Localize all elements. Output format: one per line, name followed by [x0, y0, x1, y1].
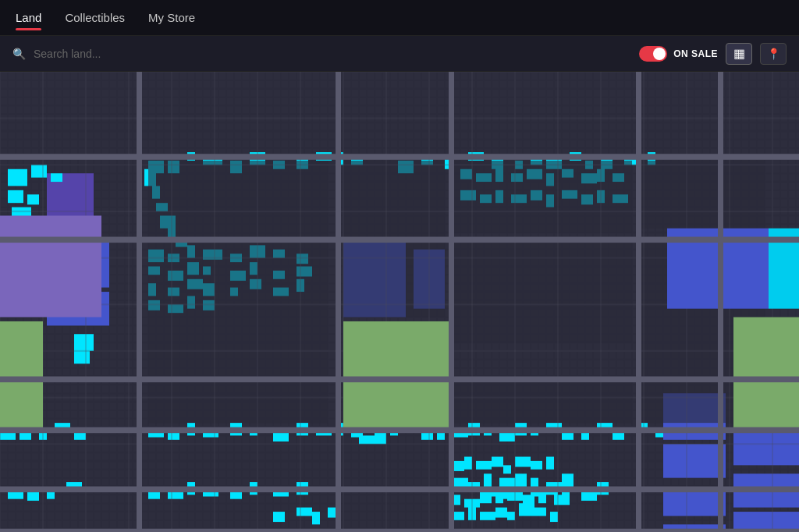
- nav-item-collectibles[interactable]: Collectibles: [65, 8, 125, 27]
- grid-icon: ▦: [733, 46, 745, 61]
- on-sale-toggle-container: ON SALE: [639, 46, 718, 62]
- search-input[interactable]: [34, 48, 631, 60]
- search-controls: ON SALE ▦ 📍: [639, 43, 787, 65]
- on-sale-toggle[interactable]: [639, 46, 667, 62]
- nav-item-mystore[interactable]: My Store: [148, 8, 195, 27]
- navbar: Land Collectibles My Store: [0, 0, 799, 36]
- nav-item-land[interactable]: Land: [16, 8, 41, 27]
- map-view-button[interactable]: 📍: [760, 43, 787, 65]
- grid-view-button[interactable]: ▦: [726, 43, 752, 65]
- search-icon: 🔍: [12, 48, 26, 60]
- toggle-thumb: [653, 48, 666, 60]
- map-container[interactable]: [0, 72, 799, 532]
- location-icon: 📍: [767, 48, 780, 60]
- search-bar: 🔍 ON SALE ▦ 📍: [0, 36, 799, 72]
- on-sale-label: ON SALE: [673, 48, 718, 59]
